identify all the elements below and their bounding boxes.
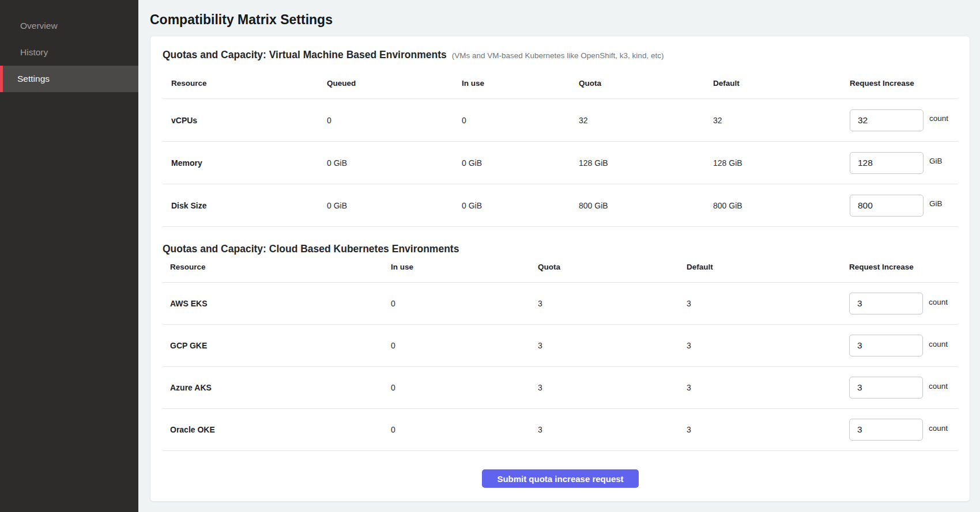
- sidebar: Overview History Settings: [0, 0, 138, 512]
- table-row-memory: Memory 0 GiB 0 GiB 128 GiB 128 GiB GiB: [163, 142, 958, 184]
- table-row-oracle-oke: Oracle OKE 0 3 3 count: [163, 409, 958, 451]
- sidebar-item-settings[interactable]: Settings: [0, 66, 138, 92]
- resource-label: Oracle OKE: [170, 425, 391, 434]
- unit-label: GiB: [929, 157, 943, 165]
- in-use-value: 0: [391, 383, 538, 392]
- request-increase-input[interactable]: [849, 293, 923, 314]
- table-row-azure-aks: Azure AKS 0 3 3 count: [163, 367, 958, 409]
- in-use-value: 0 GiB: [462, 201, 579, 210]
- vm-section-header: Quotas and Capacity: Virtual Machine Bas…: [163, 48, 958, 62]
- cloud-col-quota: Quota: [538, 263, 687, 271]
- unit-label: count: [929, 298, 948, 306]
- vm-col-in-use: In use: [462, 79, 579, 88]
- quota-value: 3: [538, 299, 687, 308]
- in-use-value: 0: [391, 341, 538, 350]
- cloud-table-header: Resource In use Quota Default Request In…: [163, 256, 958, 283]
- table-row-disk-size: Disk Size 0 GiB 0 GiB 800 GiB 800 GiB Gi…: [163, 184, 958, 227]
- sidebar-item-history[interactable]: History: [0, 39, 138, 66]
- unit-label: count: [929, 382, 948, 390]
- vm-col-queued: Queued: [327, 79, 462, 88]
- vm-section-note: (VMs and VM-based Kubernetes like OpenSh…: [452, 51, 664, 60]
- queued-value: 0: [327, 116, 462, 125]
- request-increase-cell: count: [849, 293, 958, 314]
- default-value: 3: [687, 299, 849, 308]
- in-use-value: 0 GiB: [462, 158, 579, 168]
- quota-value: 3: [538, 341, 687, 350]
- default-value: 128 GiB: [713, 158, 850, 168]
- default-value: 3: [687, 383, 849, 392]
- in-use-value: 0: [391, 299, 538, 308]
- quotas-card: Quotas and Capacity: Virtual Machine Bas…: [150, 36, 970, 502]
- request-increase-input[interactable]: [849, 335, 923, 356]
- quota-value: 128 GiB: [579, 158, 713, 168]
- cloud-col-in-use: In use: [391, 263, 538, 271]
- vm-col-resource: Resource: [171, 79, 327, 88]
- cloud-col-default: Default: [687, 263, 849, 271]
- resource-label: Disk Size: [171, 201, 327, 210]
- default-value: 3: [687, 341, 849, 350]
- main-content: Compatibility Matrix Settings Quotas and…: [138, 0, 980, 512]
- sidebar-item-overview[interactable]: Overview: [0, 13, 138, 39]
- unit-label: count: [929, 340, 948, 348]
- default-value: 32: [713, 116, 850, 125]
- submit-quota-increase-button[interactable]: Submit quota increase request: [482, 469, 638, 488]
- request-increase-input[interactable]: [849, 377, 923, 399]
- submit-row: Submit quota increase request: [163, 469, 958, 488]
- vm-col-default: Default: [713, 79, 850, 88]
- page-title: Compatibility Matrix Settings: [150, 12, 970, 28]
- resource-label: AWS EKS: [170, 299, 391, 308]
- queued-value: 0 GiB: [327, 201, 462, 210]
- resource-label: GCP GKE: [170, 341, 391, 350]
- request-increase-cell: GiB: [850, 152, 958, 174]
- cloud-section-heading: Quotas and Capacity: Cloud Based Kuberne…: [163, 242, 459, 256]
- request-increase-input[interactable]: [850, 152, 924, 174]
- cloud-col-resource: Resource: [170, 263, 391, 271]
- request-increase-cell: count: [849, 419, 958, 441]
- in-use-value: 0: [391, 425, 538, 434]
- quota-value: 800 GiB: [579, 201, 713, 210]
- quota-value: 3: [538, 425, 687, 434]
- cloud-section-header: Quotas and Capacity: Cloud Based Kuberne…: [163, 242, 958, 256]
- queued-value: 0 GiB: [327, 158, 462, 168]
- vm-table-header: Resource Queued In use Quota Default Req…: [163, 62, 958, 99]
- resource-label: Azure AKS: [170, 383, 391, 392]
- unit-label: GiB: [929, 199, 943, 208]
- quota-value: 3: [538, 383, 687, 392]
- table-row-vcpus: vCPUs 0 0 32 32 count: [163, 99, 958, 142]
- vm-col-request-increase: Request Increase: [850, 79, 958, 88]
- table-row-gcp-gke: GCP GKE 0 3 3 count: [163, 325, 958, 367]
- unit-label: count: [929, 114, 948, 123]
- cloud-col-request-increase: Request Increase: [849, 263, 958, 271]
- table-row-aws-eks: AWS EKS 0 3 3 count: [163, 283, 958, 325]
- app-window: Overview History Settings Compatibility …: [0, 0, 980, 512]
- request-increase-cell: count: [849, 377, 958, 399]
- request-increase-input[interactable]: [850, 109, 924, 131]
- vm-col-quota: Quota: [579, 79, 713, 88]
- resource-label: vCPUs: [171, 116, 327, 125]
- sidebar-nav: Overview History Settings: [0, 13, 138, 92]
- default-value: 800 GiB: [713, 201, 850, 210]
- request-increase-cell: count: [849, 335, 958, 356]
- vm-section-heading: Quotas and Capacity: Virtual Machine Bas…: [163, 48, 447, 62]
- request-increase-cell: GiB: [850, 195, 958, 217]
- unit-label: count: [929, 424, 948, 433]
- default-value: 3: [687, 425, 849, 434]
- request-increase-input[interactable]: [850, 195, 924, 217]
- in-use-value: 0: [462, 116, 579, 125]
- request-increase-input[interactable]: [849, 419, 923, 441]
- resource-label: Memory: [171, 158, 327, 168]
- request-increase-cell: count: [850, 109, 958, 131]
- quota-value: 32: [579, 116, 713, 125]
